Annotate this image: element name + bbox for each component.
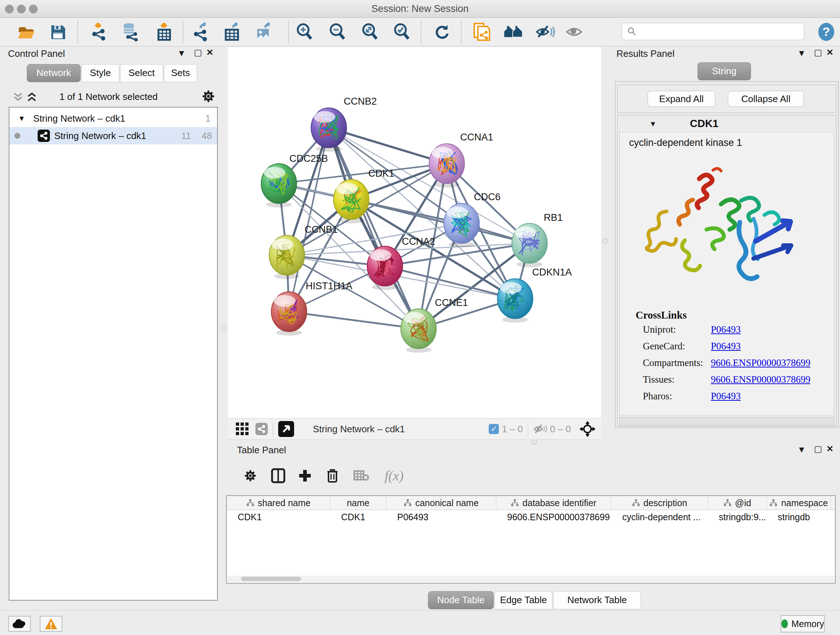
table-cell[interactable]: stringdb:9... <box>708 510 767 524</box>
network-node-hist1h1a[interactable] <box>271 292 307 336</box>
crosslink-link[interactable]: P06493 <box>711 340 741 352</box>
tab-network-table[interactable]: Network Table <box>553 591 641 609</box>
network-node-ccnb1[interactable] <box>269 235 305 279</box>
network-edge[interactable] <box>329 128 418 329</box>
tab-edge-table[interactable]: Edge Table <box>494 591 553 609</box>
column-header-shared-name[interactable]: shared name <box>227 496 330 510</box>
table-cell[interactable]: 9606.ENSP00000378699 <box>496 510 611 524</box>
network-row-selected[interactable]: String Network – cdk1 11 48 <box>9 127 217 144</box>
control-panel-float-icon[interactable]: ▢ <box>194 48 202 57</box>
network-canvas[interactable]: CCNB2CCNA1CDC25BCDK1CDC6RB1CCNB1CCNA2CDK… <box>228 47 601 418</box>
cdk1-collapse-icon[interactable]: ▼ <box>649 120 657 128</box>
network-edge[interactable] <box>329 128 447 164</box>
network-options-gear-icon[interactable] <box>201 89 216 103</box>
memory-button[interactable]: Memory <box>781 615 825 632</box>
zoom-selected-icon[interactable] <box>392 22 412 42</box>
results-panel-float-icon[interactable]: ▢ <box>814 48 822 57</box>
show-panel-eye-icon[interactable] <box>565 22 584 42</box>
node-label-ccna2: CCNA2 <box>402 236 435 247</box>
search-field[interactable] <box>622 23 804 40</box>
left-splitter-handle[interactable] <box>221 325 227 331</box>
scrollbar-thumb[interactable] <box>241 577 301 581</box>
open-session-icon[interactable] <box>16 22 36 42</box>
network-node-cdk1[interactable] <box>333 180 369 223</box>
table-cell[interactable]: P06493 <box>386 510 496 524</box>
tab-network[interactable]: Network <box>27 64 81 82</box>
collapse-all-button[interactable]: Collapse All <box>728 91 804 107</box>
tab-select[interactable]: Select <box>120 64 163 82</box>
column-header-@id[interactable]: @id <box>708 496 767 510</box>
network-node-cdc25b[interactable] <box>261 164 297 207</box>
tab-sets[interactable]: Sets <box>164 64 197 82</box>
refresh-layout-icon[interactable] <box>432 22 452 42</box>
copy-network-style-icon[interactable] <box>472 22 492 42</box>
table-panel-menu-icon[interactable]: ▼ <box>797 445 806 455</box>
expand-all-networks-icon[interactable] <box>27 91 37 103</box>
show-columns-icon[interactable] <box>271 468 286 483</box>
control-panel-menu-icon[interactable]: ▼ <box>177 48 186 58</box>
collapse-all-networks-icon[interactable] <box>13 91 23 103</box>
network-node-ccnb2[interactable] <box>311 108 347 152</box>
table-options-gear-icon[interactable] <box>243 469 257 483</box>
table-cell[interactable]: stringdb <box>767 510 831 524</box>
results-panel-close-icon[interactable]: ✕ <box>826 48 834 57</box>
table-horizontal-scrollbar[interactable] <box>227 576 834 582</box>
column-header-canonical-name[interactable]: canonical name <box>386 496 496 510</box>
zoom-in-icon[interactable] <box>295 22 314 42</box>
network-edge[interactable] <box>289 312 418 329</box>
hidden-counts: 0 – 0 <box>550 424 571 435</box>
column-header-name[interactable]: name <box>330 496 386 510</box>
zoom-fit-icon[interactable] <box>360 22 380 42</box>
import-table-file-icon[interactable] <box>154 22 174 42</box>
selected-checkbox-icon[interactable]: ✓ <box>489 424 499 434</box>
save-session-icon[interactable] <box>48 22 68 42</box>
table-panel-float-icon[interactable]: ▢ <box>814 444 822 454</box>
tab-style[interactable]: Style <box>81 64 119 82</box>
warnings-button[interactable] <box>40 616 62 632</box>
detach-view-icon[interactable] <box>278 421 294 437</box>
home-style-icon[interactable] <box>504 22 523 42</box>
control-panel-close-icon[interactable]: ✕ <box>206 48 213 57</box>
network-node-cdkn1a[interactable] <box>497 279 533 323</box>
column-header-description[interactable]: description <box>611 496 708 510</box>
export-network-icon[interactable] <box>191 22 211 42</box>
help-icon[interactable]: ? <box>816 22 836 42</box>
crosslink-link[interactable]: 9606.ENSP00000378699 <box>711 374 810 385</box>
results-panel-menu-icon[interactable]: ▼ <box>797 48 806 58</box>
table-row[interactable]: CDK1CDK1P064939606.ENSP00000378699cyclin… <box>227 510 835 524</box>
network-node-ccna1[interactable] <box>429 144 464 187</box>
right-splitter-handle[interactable] <box>602 238 608 244</box>
table-cell[interactable]: CDK1 <box>227 510 330 524</box>
add-column-icon[interactable] <box>298 469 312 483</box>
node-table[interactable]: shared namenamecanonical namedatabase id… <box>226 495 836 584</box>
network-share-view-icon[interactable] <box>256 423 268 435</box>
grid-view-icon[interactable] <box>236 423 249 435</box>
network-node-ccna2[interactable] <box>367 246 403 290</box>
results-scroll-strip[interactable] <box>619 417 834 426</box>
import-network-database-icon[interactable] <box>120 22 140 42</box>
collection-expand-icon[interactable]: ▼ <box>18 114 25 123</box>
network-node-rb1[interactable] <box>512 223 547 267</box>
tab-string-results[interactable]: String <box>698 62 751 80</box>
collection-count: 1 <box>205 113 210 124</box>
column-header-database-identifier[interactable]: database identifier <box>496 496 611 510</box>
expand-all-button[interactable]: Expand All <box>647 91 715 107</box>
column-header-namespace[interactable]: namespace <box>767 496 831 510</box>
zoom-out-icon[interactable] <box>328 22 347 42</box>
table-cell[interactable]: cyclin-dependent ... <box>611 510 708 524</box>
import-network-file-icon[interactable] <box>89 22 109 42</box>
pan-crosshair-icon[interactable] <box>579 421 595 437</box>
table-cell[interactable]: CDK1 <box>330 510 386 524</box>
delete-column-icon[interactable] <box>326 468 339 483</box>
crosslink-link[interactable]: P06493 <box>711 324 741 335</box>
crosslink-link[interactable]: 9606.ENSP00000378699 <box>711 357 810 369</box>
network-collection-row[interactable]: ▼ String Network – cdk1 1 <box>9 110 217 127</box>
cloud-button[interactable] <box>8 616 31 632</box>
table-panel-close-icon[interactable]: ✕ <box>826 444 834 454</box>
tab-node-table[interactable]: Node Table <box>428 591 494 609</box>
export-table-icon[interactable] <box>223 22 242 42</box>
hide-panel-eye-icon[interactable] <box>535 22 555 42</box>
export-image-icon[interactable] <box>254 22 274 42</box>
crosslink-link[interactable]: P06493 <box>711 391 741 402</box>
network-node-ccne1[interactable] <box>401 309 436 353</box>
